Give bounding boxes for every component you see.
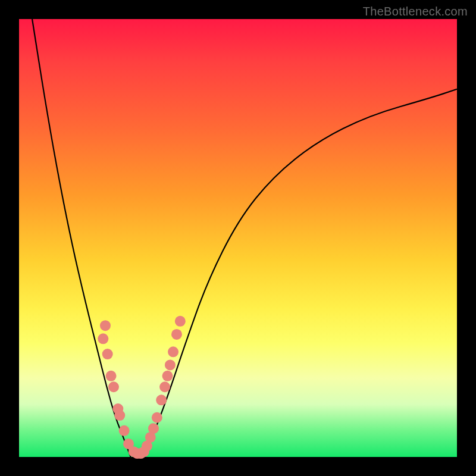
chart-marker	[102, 349, 113, 359]
chart-marker	[106, 371, 117, 381]
chart-marker	[168, 346, 178, 357]
chart-marker	[159, 381, 170, 392]
chart-marker	[175, 316, 186, 327]
chart-svg	[19, 19, 457, 457]
chart-marker	[100, 320, 111, 331]
chart-marker	[119, 425, 130, 436]
chart-marker	[148, 423, 159, 434]
chart-plot-area	[19, 19, 457, 457]
chart-marker	[108, 381, 119, 392]
watermark-text: TheBottleneck.com	[363, 5, 468, 18]
chart-marker	[114, 410, 125, 421]
chart-marker	[98, 333, 108, 344]
chart-marker	[162, 371, 173, 381]
chart-marker	[152, 412, 162, 423]
right-curve	[144, 89, 457, 457]
chart-markers	[98, 316, 186, 459]
chart-marker	[171, 329, 182, 340]
chart-marker	[156, 394, 167, 405]
chart-marker	[165, 359, 176, 370]
